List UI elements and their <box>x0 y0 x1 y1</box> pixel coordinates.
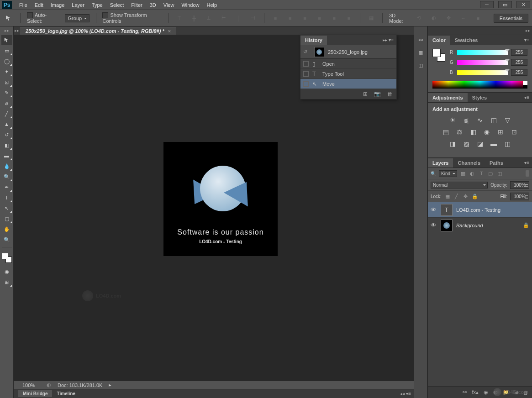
auto-align-icon[interactable]: ▦ <box>367 13 376 23</box>
edit-menu[interactable]: Edit <box>31 1 47 9</box>
color-fg-bg[interactable] <box>432 49 445 62</box>
shape-tool[interactable]: ▢ <box>1 214 12 224</box>
window-menu[interactable]: Window <box>178 1 203 9</box>
history-source[interactable]: ↺ 250x250_logo.jpg <box>300 45 396 59</box>
dist-hcenter-icon[interactable]: ≡ <box>330 13 339 23</box>
dist-vcenter-icon[interactable]: ≡ <box>285 13 295 23</box>
channel-mixer-icon[interactable]: ⊞ <box>496 128 505 136</box>
layer-mask-icon[interactable]: ◉ <box>484 389 488 395</box>
filter-smart-icon[interactable]: ◫ <box>496 170 503 177</box>
swatches-tab[interactable]: Swatches <box>450 36 483 45</box>
balance-icon[interactable]: ⚖ <box>455 128 464 136</box>
lock-all-icon[interactable]: 🔒 <box>472 193 478 199</box>
filter-adj-icon[interactable]: ◐ <box>469 170 475 177</box>
g-slider[interactable] <box>457 60 508 65</box>
filter-shape-icon[interactable]: ▢ <box>487 170 494 177</box>
color-spectrum[interactable] <box>432 81 527 89</box>
layer-fx-icon[interactable]: fx▴ <box>472 389 479 395</box>
view-menu[interactable]: View <box>160 1 178 9</box>
dist-right-icon[interactable]: ≡ <box>344 13 353 23</box>
blur-tool[interactable]: 💧 <box>1 161 12 171</box>
timeline-tab[interactable]: Timeline <box>52 390 79 397</box>
show-transform-toggle[interactable]: Show Transform Controls <box>102 12 162 24</box>
3d-slide-icon[interactable]: ↔ <box>458 13 468 23</box>
help-menu[interactable]: Help <box>203 1 221 9</box>
adjustments-panel-menu[interactable]: ▾≡ <box>521 95 532 100</box>
layer-item[interactable]: 👁 Background 🔒 <box>428 218 532 233</box>
history-tab[interactable]: History <box>300 36 327 45</box>
delete-state-icon[interactable]: 🗑 <box>387 91 393 97</box>
marquee-tool[interactable]: ▭ <box>1 46 12 56</box>
visibility-icon[interactable]: 👁 <box>431 206 437 213</box>
document-tab[interactable]: 250x250_logo.jpg @ 100% (LO4D.com - Test… <box>20 27 176 35</box>
filter-type-icon[interactable]: T <box>478 170 485 177</box>
type-tool[interactable]: T <box>1 193 12 203</box>
align-right-icon[interactable]: ⊣ <box>248 13 258 23</box>
lasso-tool[interactable]: ◯ <box>1 56 12 66</box>
eyedropper-tool[interactable]: ✎ <box>1 88 12 98</box>
bottom-panel-collapse[interactable]: ◂◂ ▾≡ <box>397 391 414 396</box>
pen-tool[interactable]: ✒ <box>1 182 12 192</box>
panel-icon-1[interactable]: ▦ <box>415 47 426 58</box>
invert-icon[interactable]: ◨ <box>448 140 457 147</box>
history-brush-tool[interactable]: ↺ <box>1 130 12 140</box>
brush-tool[interactable]: ╱ <box>1 109 12 119</box>
move-tool[interactable] <box>1 35 12 45</box>
screen-mode[interactable]: ⊞ <box>1 277 12 287</box>
g-value[interactable]: 255 <box>511 59 527 66</box>
filter-kind[interactable]: Kind <box>439 170 457 177</box>
fill-field[interactable]: 100% <box>510 193 529 200</box>
doc-size-icon[interactable]: ◐ <box>47 382 51 388</box>
r-slider[interactable] <box>457 50 508 55</box>
exposure-icon[interactable]: ◫ <box>490 116 498 124</box>
layers-tab[interactable]: Layers <box>428 158 453 168</box>
selective-color-icon[interactable]: ◫ <box>503 140 511 147</box>
opacity-field[interactable]: 100% <box>510 181 529 189</box>
hand-tool[interactable]: ✋ <box>1 224 12 234</box>
filter-pixel-icon[interactable]: ▩ <box>460 170 466 177</box>
posterize-icon[interactable]: ▨ <box>462 140 470 147</box>
b-slider[interactable] <box>457 70 508 75</box>
workspace-switcher[interactable]: Essentials <box>494 14 528 23</box>
minimize-window[interactable]: ─ <box>480 1 494 8</box>
b-value[interactable]: 255 <box>511 69 527 76</box>
file-menu[interactable]: File <box>16 1 31 9</box>
lock-position-icon[interactable]: ✥ <box>463 193 469 199</box>
brightness-icon[interactable]: ☀ <box>448 116 457 124</box>
dist-bottom-icon[interactable]: ≡ <box>300 13 309 23</box>
image-menu[interactable]: Image <box>47 1 68 9</box>
link-layers-icon[interactable]: ⚯ <box>463 389 467 395</box>
auto-select-toggle[interactable]: Auto-Select: <box>27 12 59 24</box>
gradient-tool[interactable]: ▬ <box>1 151 12 161</box>
color-panel-menu[interactable]: ▾≡ <box>521 37 532 42</box>
color-lookup-icon[interactable]: ⊡ <box>510 128 518 136</box>
3d-rotate-icon[interactable]: ⟲ <box>415 13 424 23</box>
lock-pixels-icon[interactable]: ▦ <box>444 193 451 199</box>
filter-menu[interactable]: Filter <box>127 1 146 9</box>
expand-panels[interactable]: ◂◂ <box>417 37 424 43</box>
select-menu[interactable]: Select <box>106 1 128 9</box>
align-bottom-icon[interactable]: ⊥ <box>204 13 213 23</box>
auto-select-dropdown[interactable]: Group <box>65 14 90 22</box>
eraser-tool[interactable]: ◧ <box>1 140 12 150</box>
3d-menu[interactable]: 3D <box>146 1 160 9</box>
align-left-icon[interactable]: ⊢ <box>219 13 228 23</box>
layers-panel-menu[interactable]: ▾≡ <box>521 160 532 165</box>
snapshot-icon[interactable]: 📷 <box>374 91 381 97</box>
layer-item[interactable]: 👁 T LO4D.com - Testing <box>428 202 532 218</box>
threshold-icon[interactable]: ◪ <box>476 140 484 147</box>
close-tab-icon[interactable]: × <box>168 28 171 34</box>
type-menu[interactable]: Type <box>88 1 106 9</box>
curves-icon[interactable]: ∿ <box>476 116 484 124</box>
dist-left-icon[interactable]: ≡ <box>315 13 324 23</box>
crop-tool[interactable]: ⊡ <box>1 77 12 87</box>
styles-tab[interactable]: Styles <box>468 93 491 102</box>
panel-icon-2[interactable]: ◫ <box>415 60 426 70</box>
collapse-right[interactable]: ▸▸ <box>526 28 530 33</box>
bw-icon[interactable]: ◧ <box>469 128 477 136</box>
filter-toggle[interactable] <box>526 170 529 177</box>
mini-bridge-tab[interactable]: Mini Bridge <box>18 390 52 397</box>
r-value[interactable]: 255 <box>511 49 527 56</box>
3d-pan-icon[interactable]: ✥ <box>444 13 453 23</box>
history-item[interactable]: ↖Move <box>300 79 396 89</box>
